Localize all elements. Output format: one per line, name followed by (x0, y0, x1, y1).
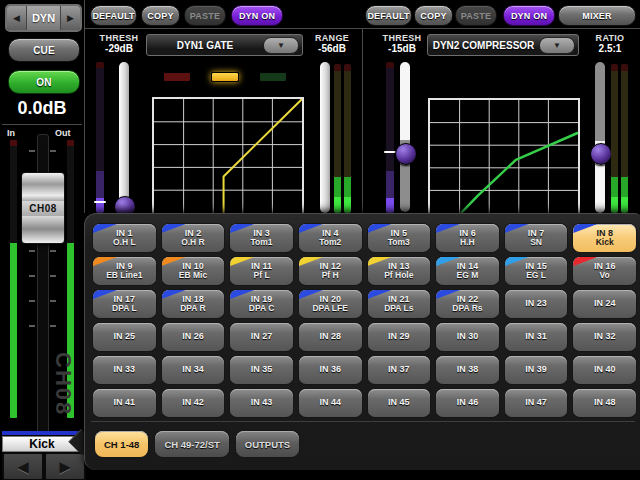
channel-select-button[interactable]: IN 40 (573, 356, 636, 384)
channel-next-button[interactable]: ▶ (44, 452, 86, 480)
section-divider (362, 28, 363, 213)
channel-select-button[interactable]: IN 6 H.H (436, 224, 499, 252)
dyn2-ratio-slider[interactable] (595, 62, 605, 213)
channel-select-button[interactable]: IN 34 (162, 356, 225, 384)
dyn1-led-red (163, 72, 191, 82)
channel-select-button[interactable]: IN 22 DPA Rs (436, 290, 499, 318)
channel-id: IN 36 (319, 364, 341, 374)
channel-select-button[interactable]: IN 23 (505, 290, 568, 318)
channel-select-button[interactable]: IN 14 EG M (436, 257, 499, 285)
channel-select-button[interactable]: IN 19 DPA C (230, 290, 293, 318)
channel-select-button[interactable]: IN 29 (368, 323, 431, 351)
dyn2-thresh-slider[interactable] (400, 62, 410, 212)
dyn2-ratio-knob[interactable] (590, 143, 612, 165)
channel-select-button[interactable]: IN 15 EG L (505, 257, 568, 285)
channel-label: SN (530, 238, 542, 248)
channel-prev-button[interactable]: ◀ (2, 452, 44, 480)
channel-on-button[interactable]: ON (8, 70, 80, 94)
channel-id: IN 26 (182, 331, 204, 341)
dyn2-paste-button[interactable]: PASTE (455, 5, 497, 26)
channel-select-button[interactable]: IN 45 (368, 389, 431, 417)
channel-select-button[interactable]: IN 37 (368, 356, 431, 384)
screen-next-button[interactable]: ▶ (61, 6, 80, 30)
mixer-button[interactable]: MIXER (558, 5, 636, 26)
dyn1-default-button[interactable]: DEFAULT (90, 5, 137, 26)
channel-select-button[interactable]: IN 28 (299, 323, 362, 351)
channel-select-button[interactable]: IN 3 Tom1 (230, 224, 293, 252)
channel-select-button[interactable]: IN 33 (93, 356, 156, 384)
dyn1-type-dropdown[interactable]: DYN1 GATE ▼ (146, 34, 303, 56)
screen-prev-button[interactable]: ◀ (7, 6, 26, 30)
channel-select-button[interactable]: IN 8 Kick (573, 224, 636, 252)
channel-select-button[interactable]: IN 44 (299, 389, 362, 417)
dyn1-thresh-slider[interactable] (119, 62, 129, 212)
channel-select-button[interactable]: IN 12 Pf H (299, 257, 362, 285)
dyn2-type-dropdown[interactable]: DYN2 COMPRESSOR ▼ (427, 34, 579, 56)
channel-select-button[interactable]: IN 43 (230, 389, 293, 417)
tab-ch-49-72-st[interactable]: CH 49-72/ST (155, 431, 228, 457)
channel-select-button[interactable]: IN 18 DPA R (162, 290, 225, 318)
dyn2-ratio-value: 2.5:1 (584, 43, 636, 54)
cue-button[interactable]: CUE (8, 38, 80, 62)
channel-select-button[interactable]: IN 20 DPA LFE (299, 290, 362, 318)
channel-select-button[interactable]: IN 24 (573, 290, 636, 318)
dyn2-on-button[interactable]: DYN ON (503, 5, 555, 26)
channel-select-button[interactable]: IN 41 (93, 389, 156, 417)
channel-select-button[interactable]: IN 42 (162, 389, 225, 417)
dynamics-screen: ◀ DYN ▶ CUE ON 0.0dB In Out CH08 CH08 Ki… (0, 0, 640, 480)
channel-select-button[interactable]: IN 38 (436, 356, 499, 384)
channel-select-button[interactable]: IN 4 Tom2 (299, 224, 362, 252)
dyn1-on-button[interactable]: DYN ON (231, 5, 283, 26)
channel-watermark: CH08 (50, 352, 76, 437)
channel-id: IN 43 (251, 397, 273, 407)
channel-select-button[interactable]: IN 11 Pf L (230, 257, 293, 285)
channel-select-button[interactable]: IN 2 O.H R (162, 224, 225, 252)
dyn2-thresh-value: -15dB (378, 43, 426, 54)
channel-id: IN 39 (525, 364, 547, 374)
channel-select-button[interactable]: IN 31 (505, 323, 568, 351)
channel-select-button[interactable]: IN 39 (505, 356, 568, 384)
dyn2-type-label: DYN2 COMPRESSOR (428, 40, 539, 51)
channel-select-button[interactable]: IN 47 (505, 389, 568, 417)
channel-label: O.H L (113, 238, 136, 248)
dyn2-default-button[interactable]: DEFAULT (365, 5, 412, 26)
dyn2-thresh-knob[interactable] (395, 143, 417, 165)
channel-select-button[interactable]: IN 10 EB Mic (162, 257, 225, 285)
dyn1-paste-button[interactable]: PASTE (184, 5, 226, 26)
channel-select-button[interactable]: IN 5 Tom3 (368, 224, 431, 252)
dyn1-dropdown-button[interactable]: ▼ (263, 37, 299, 54)
channel-select-button[interactable]: IN 13 Pf Hole (368, 257, 431, 285)
tab-outputs[interactable]: OUTPUTS (236, 431, 299, 457)
fader-knob[interactable]: CH08 (21, 172, 65, 244)
channel-select-button[interactable]: IN 36 (299, 356, 362, 384)
channel-label: Pf H (322, 271, 339, 281)
dyn2-graph (428, 98, 580, 215)
channel-select-button[interactable]: IN 16 Vo (573, 257, 636, 285)
channel-select-button[interactable]: IN 25 (93, 323, 156, 351)
dyn1-led-amber (211, 72, 239, 82)
channel-select-button[interactable]: IN 26 (162, 323, 225, 351)
tab-ch-1-48[interactable]: CH 1-48 (95, 431, 148, 457)
dyn2-gr-meter-l (611, 64, 618, 213)
dyn2-dropdown-button[interactable]: ▼ (539, 37, 575, 54)
channel-color-tag-icon (505, 224, 529, 233)
channel-select-button[interactable]: IN 7 SN (505, 224, 568, 252)
channel-select-button[interactable]: IN 27 (230, 323, 293, 351)
dyn1-copy-button[interactable]: COPY (141, 5, 180, 26)
channel-select-button[interactable]: IN 46 (436, 389, 499, 417)
channel-select-button[interactable]: IN 30 (436, 323, 499, 351)
channel-label: Tom1 (251, 238, 273, 248)
channel-label: DPA LFE (312, 304, 347, 314)
channel-select-button[interactable]: IN 17 DPA L (93, 290, 156, 318)
channel-select-button[interactable]: IN 21 DPA Ls (368, 290, 431, 318)
dyn2-copy-button[interactable]: COPY (414, 5, 453, 26)
channel-select-button[interactable]: IN 48 (573, 389, 636, 417)
channel-select-button[interactable]: IN 32 (573, 323, 636, 351)
dyn1-range-slider[interactable] (320, 62, 330, 213)
dyn1-gate-curve (224, 99, 302, 213)
channel-select-button[interactable]: IN 9 EB Line1 (93, 257, 156, 285)
channel-id: IN 27 (251, 331, 273, 341)
channel-select-button[interactable]: IN 1 O.H L (93, 224, 156, 252)
channel-id: IN 38 (457, 364, 479, 374)
channel-select-button[interactable]: IN 35 (230, 356, 293, 384)
